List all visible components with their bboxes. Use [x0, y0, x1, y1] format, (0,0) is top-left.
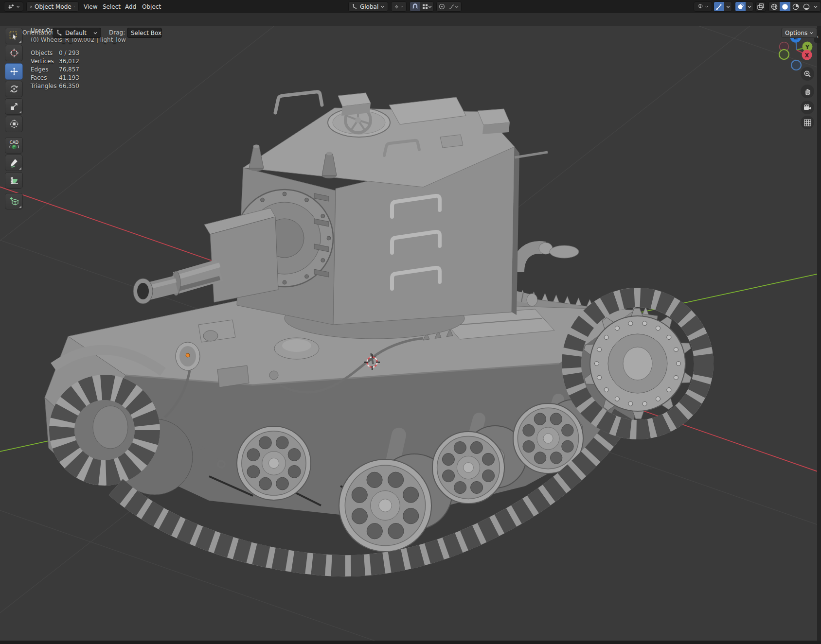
- proportional-editing-icon: [439, 3, 445, 10]
- material-shading-icon: [792, 3, 799, 10]
- tool-transform[interactable]: [5, 116, 23, 132]
- object-mode-icon: [30, 3, 32, 10]
- gizmos-toggle-icon: [716, 3, 722, 10]
- wireframe-shading-icon: [771, 3, 778, 10]
- camera-view-button[interactable]: [801, 101, 814, 114]
- blender-window: Object Mode View Select Add Object Globa…: [0, 0, 821, 644]
- svg-text:X: X: [805, 52, 809, 59]
- menu-add[interactable]: Add: [122, 0, 139, 13]
- overlays-toggle[interactable]: [735, 2, 746, 11]
- orientation-axes-icon: [352, 3, 357, 10]
- gizmos-dropdown[interactable]: [724, 2, 732, 11]
- chevron-down-icon: [74, 5, 75, 8]
- shading-dropdown[interactable]: [812, 2, 820, 11]
- solid-shading-icon: [782, 3, 788, 10]
- orientation-value: Global: [360, 3, 378, 10]
- 3d-viewport[interactable]: [0, 0, 821, 644]
- header-bar: Object Mode View Select Add Object Globa…: [0, 0, 821, 13]
- options-label: Options: [785, 30, 807, 36]
- tool-annotate[interactable]: [5, 155, 23, 171]
- cursor-tool-icon: [9, 48, 19, 58]
- shading-material[interactable]: [790, 2, 801, 11]
- tool-settings-bar: Orientation: Default Drag: Select Box Op…: [0, 13, 821, 26]
- cad-sketcher-icon: CAD: [8, 139, 20, 151]
- falloff-curve-icon: [449, 4, 455, 10]
- object-origin-dot: [186, 353, 190, 357]
- transform-orientation-dropdown[interactable]: Global: [348, 1, 388, 12]
- xray-toggle-icon: [757, 3, 764, 10]
- menu-view[interactable]: View: [81, 0, 100, 13]
- proportional-editing-group: [436, 1, 462, 12]
- drag-label: Drag:: [109, 28, 125, 37]
- measure-tool-icon: [9, 175, 19, 185]
- proportional-editing-toggle[interactable]: [437, 2, 447, 11]
- pivot-point-icon: [395, 3, 398, 10]
- tool-cad-sketcher[interactable]: CAD: [5, 137, 23, 154]
- snap-magnet-icon: [412, 3, 418, 10]
- tool-add-cube[interactable]: [5, 193, 23, 209]
- menu-select[interactable]: Select: [100, 0, 124, 13]
- gizmos-toggle[interactable]: [714, 2, 724, 11]
- drag-dropdown[interactable]: Select Box: [127, 28, 162, 38]
- chevron-down-icon: [401, 5, 403, 8]
- annotate-tool-icon: [9, 158, 19, 168]
- chevron-down-icon: [810, 32, 813, 35]
- snapping-group: [410, 1, 434, 12]
- gizmo-axis-negy[interactable]: [779, 50, 789, 59]
- overlays-dropdown[interactable]: [746, 2, 753, 11]
- snap-target-dropdown[interactable]: [420, 2, 434, 11]
- viewport-editor-icon: [8, 3, 14, 10]
- shading-modes: [768, 1, 821, 12]
- overlays-toggle-icon: [737, 3, 744, 10]
- ortho-grid-button[interactable]: [801, 116, 814, 129]
- drag-value: Select Box: [131, 30, 161, 36]
- menu-object[interactable]: Object: [139, 0, 164, 13]
- shading-wireframe[interactable]: [769, 2, 780, 11]
- add-cube-tool-icon: [9, 196, 19, 207]
- editor-type-selector[interactable]: [4, 1, 23, 12]
- chevron-down-icon: [17, 5, 19, 8]
- tool-measure[interactable]: [5, 172, 23, 189]
- shading-solid[interactable]: [780, 2, 790, 11]
- svg-text:Y: Y: [805, 44, 810, 51]
- viewport-bottom-edge: [0, 641, 821, 644]
- chevron-down-icon: [726, 5, 730, 8]
- pan-hand-icon: [803, 87, 811, 95]
- camera-view-icon: [803, 104, 812, 111]
- object-types-visibility-dropdown[interactable]: [694, 1, 712, 12]
- gizmo-axis-negz[interactable]: [791, 60, 801, 70]
- toggle-ortho-grid-icon: [804, 119, 811, 126]
- overlays-group: [735, 1, 753, 12]
- gizmos-group: [714, 1, 732, 12]
- snap-toggle[interactable]: [410, 2, 420, 11]
- orientation-value: Default: [65, 30, 87, 36]
- xray-toggle[interactable]: [755, 1, 766, 12]
- move-tool-icon: [9, 67, 19, 76]
- scale-tool-icon: [9, 102, 19, 111]
- chevron-down-icon: [705, 5, 708, 8]
- options-button[interactable]: Options: [781, 28, 817, 38]
- chevron-down-icon: [381, 5, 384, 8]
- orientation-dropdown[interactable]: Default: [53, 28, 101, 38]
- pivot-point-dropdown[interactable]: [391, 1, 407, 12]
- tool-rotate[interactable]: [5, 81, 23, 97]
- rendered-shading-icon: [803, 3, 810, 10]
- shading-rendered[interactable]: [801, 2, 812, 11]
- pan-button[interactable]: [801, 85, 814, 98]
- tool-select-box[interactable]: [5, 28, 23, 44]
- statistics-overlay: Objects0 / 293 Vertices36,012 Edges76,85…: [31, 49, 79, 90]
- mode-selector[interactable]: Object Mode: [26, 1, 79, 12]
- orientation-axes-icon: [56, 30, 63, 36]
- mode-label: Object Mode: [35, 3, 71, 10]
- zoom-button[interactable]: [801, 67, 814, 81]
- tool-move[interactable]: [5, 63, 23, 80]
- tool-cursor[interactable]: [5, 45, 23, 61]
- chevron-down-icon: [748, 5, 751, 8]
- tool-scale[interactable]: [5, 98, 23, 115]
- tank-model[interactable]: [45, 92, 704, 566]
- transform-tool-icon: [9, 119, 19, 129]
- snap-target-icon: [422, 4, 428, 10]
- chevron-down-icon: [455, 5, 459, 8]
- rotate-tool-icon: [9, 84, 19, 94]
- falloff-dropdown[interactable]: [447, 2, 461, 11]
